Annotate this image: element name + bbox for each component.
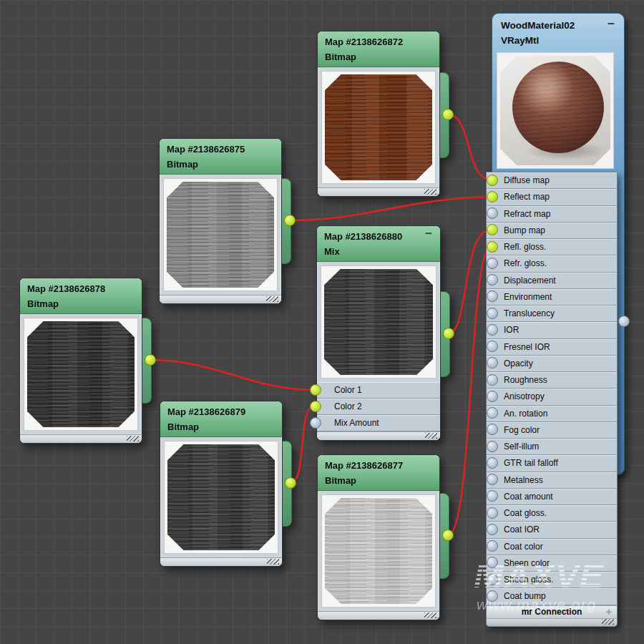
slot-row-coat-ior[interactable]: Coat IOR — [487, 522, 617, 538]
wire-refl-gloss[interactable] — [448, 246, 491, 535]
resize-grip-icon[interactable] — [266, 296, 278, 302]
input-socket-anisotropy[interactable] — [487, 391, 498, 402]
input-socket-ior[interactable] — [487, 324, 498, 336]
input-socket-sheen-gloss[interactable] — [487, 574, 498, 585]
resize-grip-icon[interactable] — [424, 613, 436, 618]
collapse-minus-icon[interactable]: − — [608, 17, 615, 31]
slot-row-opacity[interactable]: Opacity — [487, 356, 617, 372]
slot-row-bump-map[interactable]: Bump map — [487, 223, 617, 239]
map-node-mix-2138626880[interactable]: Map #2138626880 Mix − Color 1Color 2Mix … — [316, 225, 441, 441]
input-socket-metalness[interactable] — [487, 474, 498, 485]
expand-plus-icon[interactable]: + — [606, 606, 612, 618]
slot-row-metalness[interactable]: Metalness — [487, 472, 617, 489]
map-node-header[interactable]: Map #2138626875 Bitmap — [160, 139, 281, 175]
map-node-bitmap-2138626877[interactable]: Map #2138626877 Bitmap — [317, 454, 440, 620]
material-preview-panel[interactable] — [497, 52, 614, 169]
input-socket-refract-map[interactable] — [487, 208, 498, 219]
map-node-bitmap-2138626878[interactable]: Map #2138626878 Bitmap — [19, 278, 142, 444]
resize-grip-icon[interactable] — [127, 436, 139, 441]
map-preview[interactable] — [321, 265, 436, 379]
input-socket-an-rotation[interactable] — [487, 407, 498, 419]
input-socket-translucency[interactable] — [487, 308, 498, 319]
slot-row-coat-amount[interactable]: Coat amount — [487, 489, 617, 505]
map-node-header[interactable]: Map #2138626877 Bitmap — [318, 455, 439, 491]
slot-row-translucency[interactable]: Translucency — [487, 306, 617, 322]
wire-bump-map[interactable] — [449, 230, 491, 333]
output-socket-map-2138626875[interactable] — [284, 215, 296, 226]
slot-row-an-rotation[interactable]: An. rotation — [487, 406, 617, 422]
slot-row-diffuse-map[interactable]: Diffuse map — [487, 172, 617, 189]
output-socket-map-2138626877[interactable] — [442, 530, 454, 541]
output-socket-map-2138626878[interactable] — [145, 354, 156, 366]
map-preview[interactable] — [321, 71, 436, 184]
slot-row-ior[interactable]: IOR — [487, 322, 617, 338]
slot-row-refl-gloss[interactable]: Refl. gloss. — [487, 239, 617, 255]
output-socket-material[interactable] — [618, 316, 630, 327]
input-socket-coat-gloss[interactable] — [487, 507, 498, 519]
slot-row-anisotropy[interactable]: Anisotropy — [487, 389, 617, 405]
slot-row-sheen-gloss[interactable]: Sheen gloss. — [487, 572, 617, 588]
map-node-footer — [160, 295, 281, 303]
collapse-minus-icon[interactable]: − — [425, 228, 432, 240]
input-socket-coat-bump[interactable] — [487, 590, 498, 602]
resize-grip-icon[interactable] — [424, 189, 436, 195]
mr-connection-bar[interactable]: mr Connection + — [487, 605, 617, 618]
input-socket-color-1[interactable] — [310, 384, 321, 396]
slot-row-displacement[interactable]: Displacement — [487, 273, 617, 289]
map-node-bitmap-2138626872[interactable]: Map #2138626872 Bitmap — [317, 31, 440, 197]
wire-diffuse-map[interactable] — [448, 114, 491, 180]
map-node-bitmap-2138626879[interactable]: Map #2138626879 Bitmap — [160, 401, 283, 567]
slot-row-gtr-tail-falloff[interactable]: GTR tail falloff — [487, 455, 617, 472]
slot-row-environment[interactable]: Environment — [487, 289, 617, 306]
map-preview[interactable] — [163, 178, 278, 291]
wire-reflect-map[interactable] — [290, 197, 491, 220]
map-preview[interactable] — [24, 318, 138, 431]
map-node-header[interactable]: Map #2138626880 Mix − — [317, 226, 440, 262]
resize-grip-icon[interactable] — [602, 619, 614, 625]
slot-row-refr-gloss[interactable]: Refr. gloss. — [487, 255, 617, 272]
input-socket-mix-amount[interactable] — [310, 417, 321, 429]
input-socket-coat-color[interactable] — [487, 540, 498, 552]
wire-color-2[interactable] — [291, 406, 313, 483]
input-socket-reflect-map[interactable] — [487, 191, 498, 203]
material-node-header[interactable]: WoodMaterial02 VRayMtl − — [492, 14, 624, 48]
resize-grip-icon[interactable] — [267, 559, 279, 565]
wire-color-1[interactable] — [150, 360, 313, 390]
slot-row-self-illum[interactable]: Self-illum — [487, 439, 617, 455]
input-socket-refr-gloss[interactable] — [487, 258, 498, 269]
input-socket-fresnel-ior[interactable] — [487, 341, 498, 352]
slot-row-reflect-map[interactable]: Reflect map — [487, 189, 617, 205]
input-socket-coat-ior[interactable] — [487, 524, 498, 535]
input-socket-refl-gloss[interactable] — [487, 241, 498, 253]
map-node-bitmap-2138626875[interactable]: Map #2138626875 Bitmap — [159, 138, 282, 304]
mr-connection-label: mr Connection — [522, 607, 582, 617]
input-socket-color-2[interactable] — [310, 401, 321, 412]
resize-grip-icon[interactable] — [425, 433, 437, 439]
input-socket-diffuse-map[interactable] — [487, 175, 498, 186]
output-socket-map-2138626880[interactable] — [443, 328, 454, 339]
slot-row-coat-color[interactable]: Coat color — [487, 539, 617, 555]
slot-row-color-1[interactable]: Color 1 — [317, 382, 440, 399]
slot-row-refract-map[interactable]: Refract map — [487, 206, 617, 223]
map-preview[interactable] — [164, 441, 278, 554]
slot-row-fog-color[interactable]: Fog color — [487, 422, 617, 439]
map-preview[interactable] — [321, 494, 436, 608]
input-socket-self-illum[interactable] — [487, 441, 498, 452]
slot-row-mix-amount[interactable]: Mix Amount — [317, 415, 440, 431]
material-slot-panel[interactable]: Diffuse mapReflect mapRefract mapBump ma… — [486, 172, 618, 627]
slot-row-fresnel-ior[interactable]: Fresnel IOR — [487, 339, 617, 356]
slot-row-coat-bump[interactable]: Coat bump — [487, 588, 617, 605]
map-node-header[interactable]: Map #2138626878 Bitmap — [20, 278, 142, 314]
node-graph-canvas[interactable]: WoodMaterial02 VRayMtl − Diffuse mapRefl… — [0, 0, 644, 644]
slot-row-color-2[interactable]: Color 2 — [317, 399, 440, 415]
slot-row-coat-gloss[interactable]: Coat gloss. — [487, 505, 617, 522]
input-socket-displacement[interactable] — [487, 274, 498, 286]
slot-row-sheen-color[interactable]: Sheen color — [487, 555, 617, 572]
map-node-header[interactable]: Map #2138626879 Bitmap — [160, 401, 282, 437]
output-socket-map-2138626879[interactable] — [285, 477, 296, 489]
input-socket-gtr-tail-falloff[interactable] — [487, 457, 498, 469]
input-socket-roughness[interactable] — [487, 374, 498, 386]
slot-row-roughness[interactable]: Roughness — [487, 372, 617, 389]
output-socket-map-2138626872[interactable] — [442, 109, 454, 120]
map-node-header[interactable]: Map #2138626872 Bitmap — [318, 31, 439, 67]
